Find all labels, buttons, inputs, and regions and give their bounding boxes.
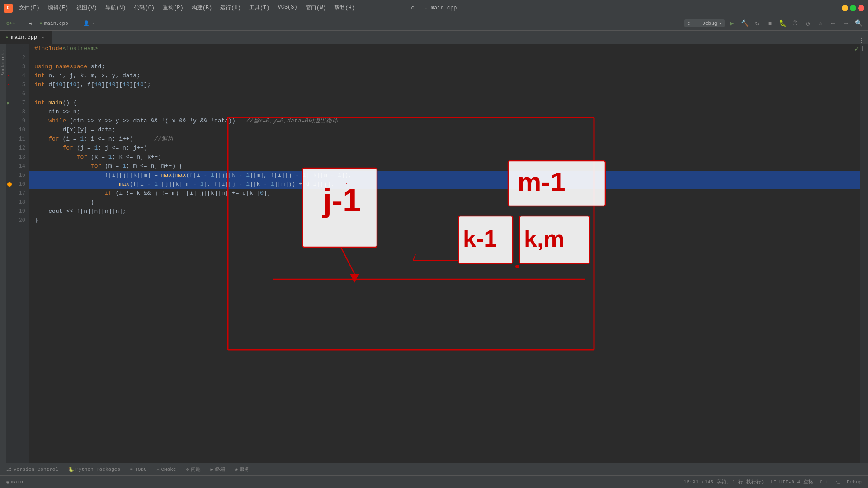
status-position[interactable]: 16:91 (145 字符, 1 行 执行行) xyxy=(681,479,767,485)
k-m-label: k,m xyxy=(524,225,565,252)
tab-close-button[interactable]: ✕ xyxy=(40,34,46,41)
code-line-5: int d[10][10], f[10][10][10][10]; xyxy=(29,80,860,89)
title-bar: C 文件(F) 编辑(E) 视图(V) 导航(N) 代码(C) 重构(R) 构建… xyxy=(0,0,868,16)
tab-bar: ● main.cpp ✕ ⋮ xyxy=(0,31,868,44)
debug-config-selector[interactable]: c_ | Debug ▾ xyxy=(684,19,725,27)
code-line-1: #include<iostream> xyxy=(29,44,860,53)
minimize-button[interactable]: — xyxy=(842,5,848,11)
menu-build[interactable]: 构建(B) xyxy=(188,2,216,14)
gutter-line-11: 11 xyxy=(6,135,25,144)
nav-forward-button[interactable]: → xyxy=(840,18,851,29)
build-button[interactable]: 🔨 xyxy=(739,18,750,29)
status-encoding-text: LF UTF-8 4 空格 xyxy=(770,479,813,485)
tab-problems[interactable]: ⊘ 问题 xyxy=(182,464,205,475)
menu-code[interactable]: 代码(C) xyxy=(130,2,158,14)
menu-window[interactable]: 窗口(W) xyxy=(302,2,330,14)
menu-view[interactable]: 视图(V) xyxy=(73,2,101,14)
tab-todo[interactable]: ≡ TODO xyxy=(126,464,151,475)
code-editor[interactable]: #include<iostream> using namespace std; … xyxy=(29,44,860,463)
right-sidebar-icon-1: │ xyxy=(861,46,868,52)
maximize-button[interactable]: □ xyxy=(850,5,856,11)
code-line-3: using namespace std; xyxy=(29,62,860,71)
version-control-icon: ⎇ xyxy=(6,467,12,472)
tab-terminal-label: 终端 xyxy=(215,466,225,473)
status-main[interactable]: ◉ main xyxy=(4,476,26,488)
gutter-line-17: 17 xyxy=(6,189,25,198)
services-icon: ◉ xyxy=(235,467,238,472)
bookmarks-label: Bookmarks xyxy=(1,50,5,76)
toolbar-cpp-label: C++ xyxy=(4,19,18,28)
code-line-20: } xyxy=(29,216,860,225)
toolbar-cpp-icon: ● xyxy=(39,21,42,26)
tab-main-cpp[interactable]: ● main.cpp ✕ xyxy=(0,31,52,44)
status-mode[interactable]: Debug xyxy=(844,479,864,485)
toolbar-separator-1 xyxy=(22,19,22,28)
debug-config-label: c_ | Debug xyxy=(687,21,717,26)
coverage-button[interactable]: ◎ xyxy=(802,18,813,29)
toolbar-file-display: ● main.cpp xyxy=(37,19,71,28)
code-line-13: for (k = 1; k <= n; k++) xyxy=(29,153,860,162)
code-line-11: for (i = 1; i <= n; i++) //遍历 xyxy=(29,135,860,144)
tab-todo-label: TODO xyxy=(135,467,146,472)
app-icon: C xyxy=(4,4,13,13)
todo-icon: ≡ xyxy=(130,467,133,472)
tab-terminal[interactable]: ▶ 终端 xyxy=(206,464,230,475)
code-line-2 xyxy=(29,53,860,62)
close-button[interactable]: ✕ xyxy=(858,5,864,11)
menu-tools[interactable]: 工具(T) xyxy=(245,2,274,14)
menu-edit[interactable]: 编辑(E) xyxy=(44,2,72,14)
toolbar-user[interactable]: 👤 ▾ xyxy=(80,19,98,28)
editor-main: Bookmarks 1 2 3 ✕ 4 ✕ 5 6 ▶ 7 8 9 10 11 … xyxy=(0,44,868,463)
code-line-7: int main() { xyxy=(29,99,860,108)
tab-version-control[interactable]: ⎇ Version Control xyxy=(2,464,63,475)
gutter-line-6: 6 xyxy=(6,89,25,99)
code-line-10: d[x][y] = data; xyxy=(29,126,860,135)
tab-python-packages[interactable]: 🐍 Python Packages xyxy=(64,464,125,475)
menu-help[interactable]: 帮助(H) xyxy=(330,2,359,14)
status-filetype[interactable]: C++: c_ xyxy=(817,479,843,485)
nav-back-button[interactable]: ← xyxy=(828,18,839,29)
menu-vcs[interactable]: VCS(S) xyxy=(274,2,301,14)
python-icon: 🐍 xyxy=(68,467,74,472)
gutter-line-13: 13 xyxy=(6,153,25,162)
status-mode-text: Debug xyxy=(847,479,862,485)
status-main-label: main xyxy=(11,479,23,485)
menu-file[interactable]: 文件(F) xyxy=(15,2,43,14)
window-title: c__ - main.cpp xyxy=(411,5,457,11)
gutter-line-2: 2 xyxy=(6,53,25,62)
status-bar: ◉ main 16:91 (145 字符, 1 行 执行行) LF UTF-8 … xyxy=(0,475,868,488)
debug-button[interactable]: 🐛 xyxy=(777,18,788,29)
window-controls: — □ ✕ xyxy=(842,5,868,11)
gutter-line-20: 20 xyxy=(6,216,25,225)
menu-run[interactable]: 运行(U) xyxy=(217,2,245,14)
tab-python-label: Python Packages xyxy=(75,467,120,472)
gutter-line-3: 3 xyxy=(6,62,25,71)
code-line-12: for (j = 1; j <= n; j++) xyxy=(29,144,860,153)
tab-more-button[interactable]: ⋮ xyxy=(855,37,868,44)
arrow-head-down xyxy=(350,274,359,283)
gutter-line-5: ✕ 5 xyxy=(6,80,25,89)
profile-button[interactable]: ⏱ xyxy=(790,18,801,29)
gutter-line-9: 9 xyxy=(6,117,25,126)
run-arrow-7: ▶ xyxy=(7,99,10,108)
valgrind-button[interactable]: ⚠ xyxy=(815,18,826,29)
stop-button[interactable]: ■ xyxy=(764,18,775,29)
code-content: #include<iostream> using namespace std; … xyxy=(29,44,860,225)
toolbar-back[interactable]: ◂ xyxy=(26,18,35,28)
tab-services[interactable]: ◉ 服务 xyxy=(231,464,254,475)
code-line-4: int n, i, j, k, m, x, y, data; xyxy=(29,71,860,80)
code-line-19: cout << f[n][n][n][n]; xyxy=(29,207,860,216)
code-line-15: f[i][j][k][m] = max(max(f[i - 1][j][k - … xyxy=(29,171,860,180)
tab-cmake[interactable]: △ CMake xyxy=(152,464,180,475)
status-encoding[interactable]: LF UTF-8 4 空格 xyxy=(768,479,816,485)
code-line-6 xyxy=(29,89,860,99)
menu-refactor[interactable]: 重构(R) xyxy=(159,2,187,14)
connector-tick xyxy=(413,254,415,260)
gutter-line-1: 1 xyxy=(6,44,25,53)
reload-button[interactable]: ↻ xyxy=(752,18,763,29)
menu-nav[interactable]: 导航(N) xyxy=(102,2,130,14)
search-button[interactable]: 🔍 xyxy=(853,18,864,29)
bottom-tabs: ⎇ Version Control 🐍 Python Packages ≡ TO… xyxy=(0,463,868,475)
gutter-line-15: 15 xyxy=(6,171,25,180)
run-button[interactable]: ▶ xyxy=(726,18,737,29)
